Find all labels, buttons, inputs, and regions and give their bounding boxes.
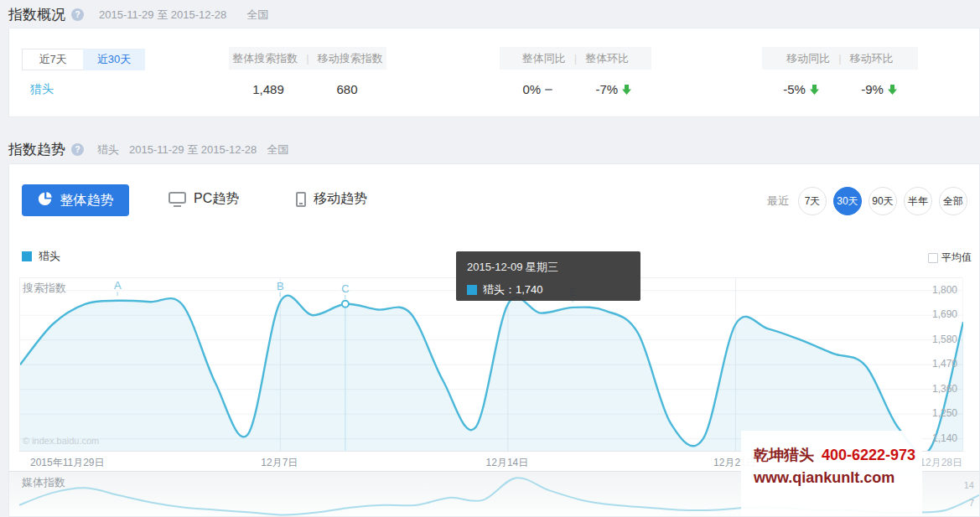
overview-date-range: 2015-11-29 至 2015-12-28: [99, 8, 226, 23]
stat-metric-label[interactable]: 整体环比: [585, 51, 629, 66]
chart-legend[interactable]: 猎头: [22, 249, 60, 264]
range-pill-2[interactable]: 90天: [869, 187, 897, 215]
x-axis-label: 12月14日: [486, 456, 529, 470]
media-index-axis-title: 媒体指数: [22, 475, 65, 490]
trend-date-range: 2015-11-29 至 2015-12-28: [129, 142, 257, 158]
tooltip-entry: 猎头：1,740: [483, 282, 543, 297]
trend-region: 全国: [267, 142, 288, 158]
stat-group-overall-compare: 整体同比|整体环比0%-7%: [500, 47, 651, 96]
stat-metric-label[interactable]: 整体搜索指数: [232, 51, 298, 66]
stat-value-text: 680: [336, 82, 357, 96]
stat-metric-label[interactable]: 整体同比: [522, 51, 566, 66]
media-y-axis-label: 7: [952, 498, 974, 508]
tab-mobile-trend-label: 移动趋势: [314, 190, 367, 208]
stat-value: -5%: [762, 82, 840, 96]
stat-metric-label[interactable]: 移动环比: [850, 51, 894, 66]
stat-value: 1,489: [229, 82, 308, 96]
y-axis-label: 1,690: [890, 308, 957, 320]
x-axis-label: 2015年11月29日: [30, 456, 105, 470]
tab-mobile-trend[interactable]: 移动趋势: [296, 190, 367, 208]
range-pill-0[interactable]: 7天: [798, 187, 827, 215]
overview-card: 近7天 近30天 猎头 整体搜索指数|移动搜索指数1,489680 整体同比|整…: [8, 28, 980, 117]
stat-group-values: -5%-9%: [762, 82, 918, 96]
event-marker-C[interactable]: C: [341, 283, 349, 299]
trend-title: 指数趋势: [8, 140, 65, 159]
header-separator: |: [574, 52, 577, 65]
tab-last-30-days[interactable]: 近30天: [83, 49, 145, 70]
stat-value: -9%: [840, 82, 918, 96]
legend-keyword: 猎头: [39, 249, 60, 264]
baidu-watermark: © index.baidu.com: [23, 436, 99, 446]
overview-title: 指数概况: [8, 5, 65, 24]
chart-tooltip: 2015-12-09 星期三 猎头：1,740: [456, 251, 640, 301]
trend-header: 指数趋势 猎头 2015-11-29 至 2015-12-28 全国: [8, 140, 288, 159]
time-range-label: 最近: [767, 194, 789, 209]
average-value-checkbox[interactable]: 平均值: [928, 251, 972, 265]
range-pill-4[interactable]: 全部: [939, 187, 967, 215]
help-icon[interactable]: [71, 8, 84, 21]
down-arrow-icon: [622, 85, 631, 95]
time-range-group: 最近 7天30天90天半年全部: [767, 187, 967, 215]
checkbox-icon[interactable]: [928, 253, 938, 263]
y-axis-label: 1,580: [890, 333, 957, 345]
tooltip-series-swatch: [467, 285, 477, 295]
help-icon[interactable]: [71, 143, 84, 156]
search-index-axis-title: 搜索指数: [23, 281, 66, 296]
header-separator: |: [838, 52, 841, 65]
range-pill-3[interactable]: 半年: [904, 187, 932, 215]
legend-swatch: [22, 251, 32, 261]
period-tab-group: 近7天 近30天: [22, 49, 144, 70]
stat-group-values: 0%-7%: [500, 82, 651, 96]
mobile-icon: [296, 192, 306, 207]
overview-region: 全国: [246, 8, 268, 23]
trend-card: 整体趋势 PC趋势 移动趋势 最近 7天30天90天半年全部 猎头 平均值 搜索…: [8, 163, 980, 517]
keyword-link[interactable]: 猎头: [30, 82, 54, 97]
y-axis-label: 1,360: [890, 383, 957, 395]
ad-watermark-overlay: 乾坤猎头 400-6222-973 www.qiankunlt.com: [741, 431, 922, 517]
y-axis-label: 1,250: [890, 407, 957, 419]
stat-value-text: 0%: [522, 82, 541, 96]
stat-value: 0%: [500, 82, 576, 96]
desktop-icon: [169, 192, 186, 204]
ad-website: www.qiankunlt.com: [754, 469, 922, 487]
event-marker-A[interactable]: A: [114, 280, 122, 296]
stat-group-mobile-compare: 移动同比|移动环比-5%-9%: [762, 47, 918, 96]
flat-dash-icon: [545, 89, 552, 90]
stat-value: 680: [308, 82, 386, 96]
tab-last-7-days[interactable]: 近7天: [22, 49, 84, 70]
stat-value-text: -9%: [861, 82, 884, 96]
x-axis-label: 12月28日: [920, 456, 962, 470]
ad-company-name: 乾坤猎头: [754, 445, 814, 465]
event-marker-B[interactable]: B: [277, 281, 284, 297]
event-marker-tick: [345, 295, 345, 299]
overview-header: 指数概况 2015-11-29 至 2015-12-28 全国: [8, 5, 268, 24]
stat-value-text: -7%: [595, 82, 618, 96]
range-pill-1[interactable]: 30天: [833, 187, 862, 215]
tab-pc-trend-label: PC趋势: [194, 190, 239, 208]
stat-group-header: 移动同比|移动环比: [762, 47, 918, 70]
pie-chart-icon: [38, 191, 53, 209]
tab-overall-trend[interactable]: 整体趋势: [22, 184, 129, 216]
stat-metric-label[interactable]: 移动搜索指数: [318, 51, 383, 66]
tooltip-date: 2015-12-09 星期三: [467, 260, 630, 275]
down-arrow-icon: [810, 85, 819, 95]
y-axis-label: 1,470: [890, 358, 957, 370]
event-marker-tick: [280, 292, 281, 297]
stat-group-values: 1,489680: [229, 82, 386, 96]
event-marker-tick: [117, 292, 118, 296]
tab-pc-trend[interactable]: PC趋势: [169, 190, 239, 208]
trend-keyword: 猎头: [97, 142, 119, 158]
stat-metric-label[interactable]: 移动同比: [786, 51, 830, 66]
stat-value-text: 1,489: [252, 82, 284, 96]
search-index-chart: 搜索指数 © index.baidu.com 1,8001,6901,5801,…: [19, 277, 962, 451]
x-axis-label: 12月7日: [261, 456, 298, 470]
stat-group-header: 整体同比|整体环比: [500, 47, 651, 70]
average-value-label: 平均值: [941, 251, 972, 265]
y-axis-label: 1,800: [890, 284, 957, 296]
down-arrow-icon: [888, 85, 897, 95]
event-marker-letter: B: [277, 281, 284, 292]
media-y-axis-label: 14: [952, 480, 974, 490]
stat-group-header: 整体搜索指数|移动搜索指数: [229, 47, 386, 70]
search-index-plot: [20, 278, 963, 452]
event-marker-letter: A: [114, 280, 122, 291]
